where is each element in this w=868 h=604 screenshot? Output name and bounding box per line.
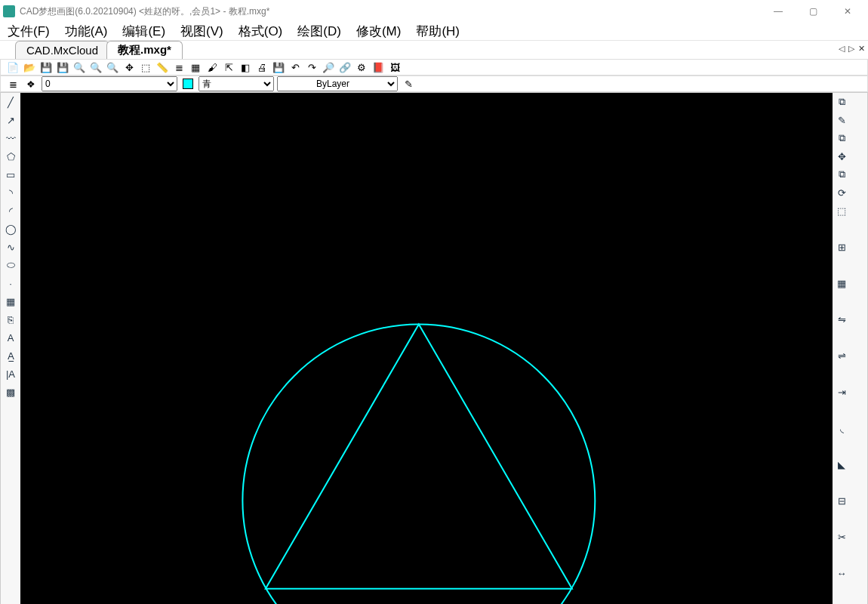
blank1 (833, 220, 850, 237)
save-icon[interactable]: 💾 (38, 60, 54, 75)
draw-toolbar: ╱ ↗ 〰 ⬠ ▭ ◝ ◜ ◯ ∿ ⬭ · ▦ ⎘ A A̲ |A ▩ (1, 93, 20, 604)
array-icon[interactable]: ▦ (833, 275, 850, 291)
text-tool-icon[interactable]: A (2, 329, 19, 346)
zoom-in-icon[interactable]: 🔍 (72, 60, 87, 75)
mirror2-icon[interactable]: ⇌ (833, 347, 850, 364)
layers-icon[interactable]: ≣ (171, 60, 186, 75)
find-icon[interactable]: 🔎 (321, 60, 336, 75)
pdf-icon[interactable]: 📕 (371, 60, 386, 75)
blank4 (833, 329, 850, 346)
insert-tool-icon[interactable]: ⎘ (2, 311, 19, 328)
hatch-r-icon[interactable]: ✂ (833, 528, 850, 545)
scale-icon[interactable]: ⤢ (833, 601, 850, 604)
save2-icon[interactable]: 💾 (271, 60, 286, 75)
copy2-icon[interactable]: ⧉ (833, 166, 850, 183)
undo-icon[interactable]: ↶ (288, 60, 303, 75)
move-icon[interactable]: ✥ (833, 148, 850, 165)
document-tabs: CAD.MxCloud 教程.mxg* ◁ ▷ ✕ (0, 41, 868, 59)
arc2-tool-icon[interactable]: ◜ (2, 202, 19, 219)
line-tool-icon[interactable]: ╱ (2, 94, 19, 110)
zoom-out-icon[interactable]: 🔍 (88, 60, 103, 75)
new-icon[interactable]: 📄 (5, 60, 20, 75)
offset-icon[interactable]: ⇥ (833, 384, 850, 400)
menu-file[interactable]: 文件(F) (0, 23, 57, 40)
menu-modify[interactable]: 修改(M) (349, 23, 408, 40)
copy-b-icon[interactable]: ⧉ (833, 94, 850, 110)
ellipse-tool-icon[interactable]: ⬭ (2, 257, 19, 273)
saveas-icon[interactable]: 💾 (55, 60, 70, 75)
layer-select[interactable]: 0 (42, 76, 177, 91)
print-icon[interactable]: 🖨 (254, 60, 269, 75)
zoom-extents-icon[interactable]: 🔍 (105, 60, 120, 75)
color-icon[interactable]: ◧ (238, 60, 253, 75)
settings-icon[interactable]: ⚙ (354, 60, 369, 75)
open-icon[interactable]: 📂 (22, 60, 37, 75)
tab-close-icon[interactable]: ✕ (858, 44, 865, 53)
maximize-button[interactable]: ▢ (796, 0, 830, 23)
rect-tool-icon[interactable]: ▭ (2, 166, 19, 183)
grid-icon[interactable]: ⊞ (833, 239, 850, 255)
titlebar: CAD梦想画图(6.0.20210904) <姓赵的呀。,会员1> - 教程.m… (0, 0, 868, 23)
ray-tool-icon[interactable]: ↗ (2, 112, 19, 128)
blank8 (833, 474, 850, 491)
window-title: CAD梦想画图(6.0.20210904) <姓赵的呀。,会员1> - 教程.m… (20, 5, 269, 18)
blank7 (833, 438, 850, 455)
menu-view[interactable]: 视图(V) (173, 23, 231, 40)
select2-icon[interactable]: ⬚ (833, 202, 850, 219)
fillet-icon[interactable]: ◟ (833, 420, 850, 436)
chamfer-icon[interactable]: ◣ (833, 456, 850, 473)
menubar: 文件(F) 功能(A) 编辑(E) 视图(V) 格式(O) 绘图(D) 修改(M… (0, 23, 868, 41)
redo-icon[interactable]: ↷ (304, 60, 319, 75)
brush-icon[interactable]: 🖌 (205, 60, 220, 75)
tab-next-icon[interactable]: ▷ (848, 44, 854, 53)
lineweight-icon[interactable]: ✎ (401, 76, 416, 91)
menu-format[interactable]: 格式(O) (231, 23, 291, 40)
hatch-tool-icon[interactable]: ▦ (2, 293, 19, 310)
close-button[interactable]: ✕ (830, 0, 865, 23)
tab-nav: ◁ ▷ ✕ (837, 44, 865, 54)
hatch-icon[interactable]: ▦ (188, 60, 203, 75)
layer-manager-icon[interactable]: ≣ (5, 76, 20, 91)
mirror-icon[interactable]: ⇋ (833, 311, 850, 328)
ia-tool-icon[interactable]: |A (2, 365, 19, 382)
break-icon[interactable]: ⊟ (833, 492, 850, 509)
blank5 (833, 365, 850, 382)
polyline-tool-icon[interactable]: 〰 (2, 130, 19, 146)
menu-help[interactable]: 帮助(H) (408, 23, 467, 40)
tab-prev-icon[interactable]: ◁ (839, 44, 845, 53)
pencil-icon[interactable]: ✎ (833, 112, 850, 128)
triangle-shape (266, 325, 572, 589)
image-icon[interactable]: 🖼 (387, 60, 402, 75)
copy-icon[interactable]: ⧉ (833, 130, 850, 146)
arc-tool-icon[interactable]: ◝ (2, 184, 19, 201)
app-logo-icon (3, 5, 15, 17)
menu-edit[interactable]: 编辑(E) (115, 23, 173, 40)
stretch-icon[interactable]: ↔ (833, 565, 850, 581)
link-icon[interactable]: 🔗 (337, 60, 352, 75)
work-area: ╱ ↗ 〰 ⬠ ▭ ◝ ◜ ◯ ∿ ⬭ · ▦ ⎘ A A̲ |A ▩ Y (0, 92, 868, 604)
measure-icon[interactable]: 📏 (155, 60, 170, 75)
color-select[interactable]: 青 (199, 76, 274, 91)
layer-state-icon[interactable]: ❖ (23, 76, 38, 91)
rotate-icon[interactable]: ⟳ (833, 184, 850, 201)
menu-function[interactable]: 功能(A) (57, 23, 115, 40)
circle-tool-icon[interactable]: ◯ (2, 220, 19, 237)
canvas-wrap: Y X 50 350 0 150 (20, 93, 833, 604)
block-tool-icon[interactable]: ▩ (2, 384, 19, 400)
drawing-canvas[interactable]: Y X 50 350 0 150 (20, 93, 833, 604)
menu-draw[interactable]: 绘图(D) (290, 23, 349, 40)
spline-tool-icon[interactable]: ∿ (2, 239, 19, 255)
select-icon[interactable]: ⬚ (138, 60, 153, 75)
mtext-tool-icon[interactable]: A̲ (2, 347, 19, 364)
circle-shape (242, 325, 595, 604)
minimize-button[interactable]: ― (761, 0, 796, 23)
point-tool-icon[interactable]: · (2, 275, 19, 291)
blank9 (833, 510, 850, 527)
pan-icon[interactable]: ✥ (122, 60, 137, 75)
color-picker-icon[interactable] (180, 76, 195, 91)
polygon-tool-icon[interactable]: ⬠ (2, 148, 19, 165)
export-icon[interactable]: ⇱ (221, 60, 236, 75)
linetype-select[interactable]: ByLayer (277, 76, 398, 91)
doc-tab-cloud[interactable]: CAD.MxCloud (15, 41, 109, 59)
doc-tab-current[interactable]: 教程.mxg* (106, 41, 183, 59)
